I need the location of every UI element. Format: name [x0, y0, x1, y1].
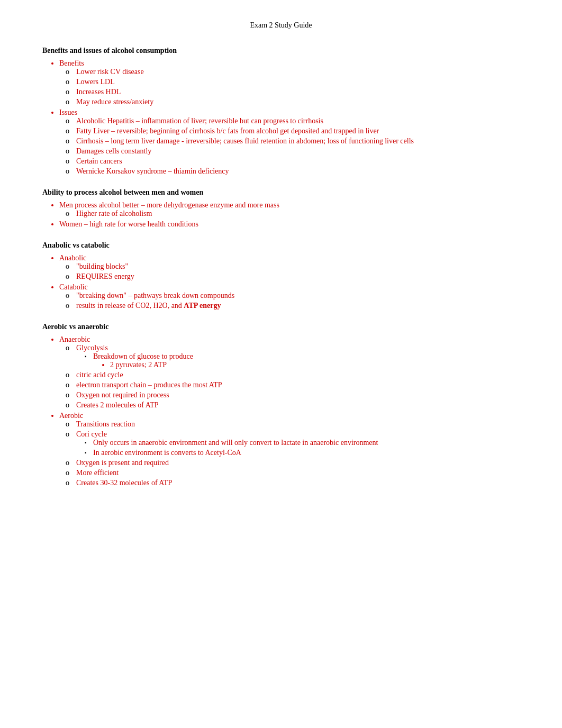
list-item-women: Women – high rate for worse health condi… — [59, 220, 520, 229]
list-item-wernicke: Wernicke Korsakov syndrome – thiamin def… — [76, 167, 520, 176]
list-item-creates-2-atp: Creates 2 molecules of ATP — [76, 401, 520, 410]
aerobic-sublist: Transitions reaction Cori cycle Only occ… — [76, 420, 520, 487]
list-item-cori-cycle: Cori cycle Only occurs in anaerobic envi… — [76, 430, 520, 457]
benefits-sublist: Lower risk CV disease Lowers LDL Increas… — [76, 68, 520, 106]
list-item-alcoholic-hepatitis: Alcoholic Hepatitis – inflammation of li… — [76, 117, 520, 125]
breakdown-sublist: 2 pyruvates; 2 ATP — [110, 361, 520, 369]
section-heading-anabolic-catabolic: Anabolic vs catabolic — [42, 241, 520, 250]
issues-sublist: Alcoholic Hepatitis – inflammation of li… — [76, 117, 520, 176]
glycolysis-sublist: Breakdown of glucose to produce 2 pyruva… — [93, 352, 520, 369]
section-heading-aerobic-anaerobic: Aerobic vs anaerobic — [42, 323, 520, 331]
section-heading-benefits-issues: Benefits and issues of alcohol consumpti… — [42, 47, 520, 55]
list-item-transitions-reaction: Transitions reaction — [76, 420, 520, 429]
anabolic-sublist: "building blocks" REQUIRES energy — [76, 262, 520, 281]
list-item-results-release: results in release of CO2, H2O, and ATP … — [76, 302, 520, 310]
list-item-benefits: Benefits Lower risk CV disease Lowers LD… — [59, 59, 520, 106]
list-item-catabolic: Catabolic "breaking down" – pathways bre… — [59, 283, 520, 310]
list-item-only-occurs-anaerobic: Only occurs in anaerobic environment and… — [93, 439, 520, 447]
list-item-fatty-liver: Fatty Liver – reversible; beginning of c… — [76, 127, 520, 135]
catabolic-sublist: "breaking down" – pathways break down co… — [76, 292, 520, 310]
section-ability-process: Ability to process alcohol between men a… — [42, 188, 520, 229]
list-item-electron-transport: electron transport chain – produces the … — [76, 381, 520, 389]
list-item-more-efficient: More efficient — [76, 469, 520, 477]
list-item-creates-30-32: Creates 30-32 molecules of ATP — [76, 479, 520, 487]
aerobic-anaerobic-list: Anaerobic Glycolysis Breakdown of glucos… — [59, 335, 520, 487]
list-item-citric-acid: citric acid cycle — [76, 371, 520, 379]
section-benefits-issues: Benefits and issues of alcohol consumpti… — [42, 47, 520, 176]
list-item-cirrhosis: Cirrhosis – long term liver damage - irr… — [76, 137, 520, 145]
anabolic-catabolic-list: Anabolic "building blocks" REQUIRES ener… — [59, 254, 520, 310]
list-item-oxygen-not-required: Oxygen not required in process — [76, 391, 520, 399]
list-item-issues: Issues Alcoholic Hepatitis – inflammatio… — [59, 108, 520, 176]
anaerobic-sublist: Glycolysis Breakdown of glucose to produ… — [76, 344, 520, 410]
list-item-higher-alcoholism: Higher rate of alcoholism — [76, 210, 520, 218]
section-anabolic-catabolic: Anabolic vs catabolic Anabolic "building… — [42, 241, 520, 310]
list-item-anabolic: Anabolic "building blocks" REQUIRES ener… — [59, 254, 520, 281]
list-item-anaerobic: Anaerobic Glycolysis Breakdown of glucos… — [59, 335, 520, 410]
list-item-certain-cancers: Certain cancers — [76, 157, 520, 166]
list-item-lowers-ldl: Lowers LDL — [76, 78, 520, 86]
benefits-issues-list: Benefits Lower risk CV disease Lowers LD… — [59, 59, 520, 176]
list-item-men: Men process alcohol better – more dehydr… — [59, 201, 520, 218]
ability-process-list: Men process alcohol better – more dehydr… — [59, 201, 520, 229]
list-item-requires-energy: REQUIRES energy — [76, 272, 520, 281]
list-item-increases-hdl: Increases HDL — [76, 88, 520, 96]
list-item-reduce-stress: May reduce stress/anxiety — [76, 98, 520, 106]
page-title: Exam 2 Study Guide — [42, 21, 520, 30]
list-item-aerobic: Aerobic Transitions reaction Cori cycle … — [59, 412, 520, 487]
men-sublist: Higher rate of alcoholism — [76, 210, 520, 218]
list-item-breaking-down: "breaking down" – pathways break down co… — [76, 292, 520, 300]
list-item-oxygen-present: Oxygen is present and required — [76, 459, 520, 467]
list-item-lower-cv: Lower risk CV disease — [76, 68, 520, 76]
section-aerobic-anaerobic: Aerobic vs anaerobic Anaerobic Glycolysi… — [42, 323, 520, 487]
list-item-2-pyruvates: 2 pyruvates; 2 ATP — [110, 361, 520, 369]
cori-cycle-sublist: Only occurs in anaerobic environment and… — [93, 439, 520, 457]
list-item-damages-cells: Damages cells constantly — [76, 147, 520, 156]
section-heading-ability-process: Ability to process alcohol between men a… — [42, 188, 520, 197]
list-item-glycolysis: Glycolysis Breakdown of glucose to produ… — [76, 344, 520, 369]
list-item-building-blocks: "building blocks" — [76, 262, 520, 271]
list-item-breakdown-glucose: Breakdown of glucose to produce 2 pyruva… — [93, 352, 520, 369]
list-item-in-aerobic-environment: In aerobic environment is converts to Ac… — [93, 449, 520, 457]
